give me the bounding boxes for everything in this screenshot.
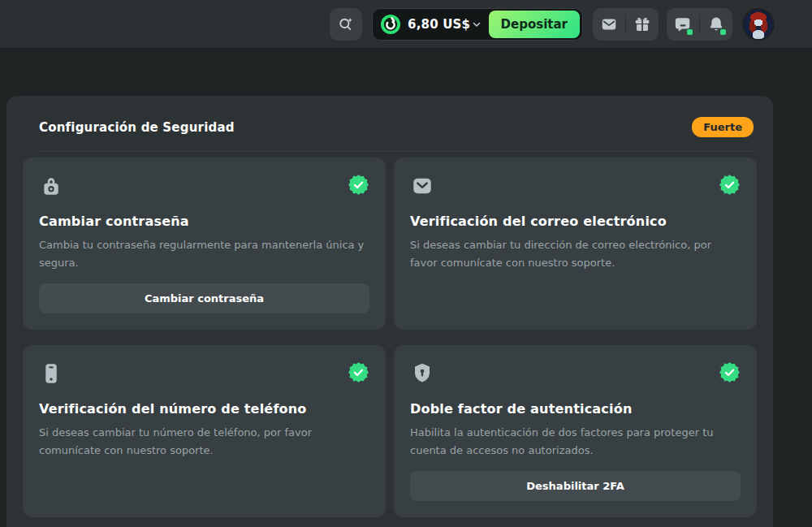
lock-icon [39,174,63,201]
notifications-button[interactable] [700,8,732,41]
card-title: Verificación del correo electrónico [410,214,741,229]
notifications-unread-dot [720,29,726,35]
magnifier-sparkle-icon [337,15,355,33]
chevron-down-icon [471,19,482,30]
security-strength-badge: Fuerte [692,117,754,137]
bc-coin-icon [380,14,401,35]
verified-check-badge [348,361,369,383]
card-top-row [410,174,741,201]
card-phone-verification: Verificación del número de teléfono Si d… [23,345,386,517]
card-title: Doble factor de autenticación [410,401,741,417]
change-password-button[interactable]: Cambiar contraseña [39,283,369,313]
card-description: Cambia tu contraseña regularmente para m… [39,236,369,272]
card-change-password: Cambiar contraseña Cambia tu contraseña … [23,158,386,330]
currency-selector[interactable]: 6,80 US$ Depositar [372,8,583,41]
page-content: Configuración de Seguridad Fuerte [0,49,812,527]
card-description: Si deseas cambiar tu dirección de correo… [410,236,741,272]
card-top-row [39,361,369,389]
phone-icon [39,361,63,389]
gift-icon [633,15,651,33]
wallet-balance: 6,80 US$ [408,17,470,32]
security-cards-grid: Cambiar contraseña Cambia tu contraseña … [6,152,773,527]
verified-check-badge [719,174,741,196]
card-description: Habilita la autenticación de dos factore… [410,424,741,460]
disable-2fa-button[interactable]: Deshabilitar 2FA [410,471,741,501]
verified-check-badge [719,361,741,383]
mail-icon [600,15,618,33]
panel-header: Configuración de Seguridad Fuerte [6,96,773,151]
mail-gift-group [593,8,659,41]
search-button[interactable] [330,8,362,41]
chat-button[interactable] [667,8,699,41]
mail-button[interactable] [593,8,625,41]
security-settings-panel: Configuración de Seguridad Fuerte [6,96,773,527]
top-bar: 6,80 US$ Depositar [0,0,812,49]
gift-button[interactable] [626,8,659,41]
card-title: Verificación del número de teléfono [39,401,369,417]
deposit-button[interactable]: Depositar [489,11,580,38]
page-title: Configuración de Seguridad [39,120,235,135]
chat-bell-group [667,8,732,41]
envelope-icon [410,174,434,201]
card-title: Cambiar contraseña [39,214,369,229]
shield-keyhole-icon [410,361,434,389]
verified-check-badge [348,174,369,196]
user-avatar[interactable] [742,8,775,41]
card-description: Si deseas cambiar tu número de teléfono,… [39,424,369,460]
card-top-row [410,361,741,389]
card-top-row [39,174,369,201]
card-two-factor: Doble factor de autenticación Habilita l… [394,345,757,517]
chat-unread-dot [687,29,693,35]
card-email-verification: Verificación del correo electrónico Si d… [394,158,757,330]
